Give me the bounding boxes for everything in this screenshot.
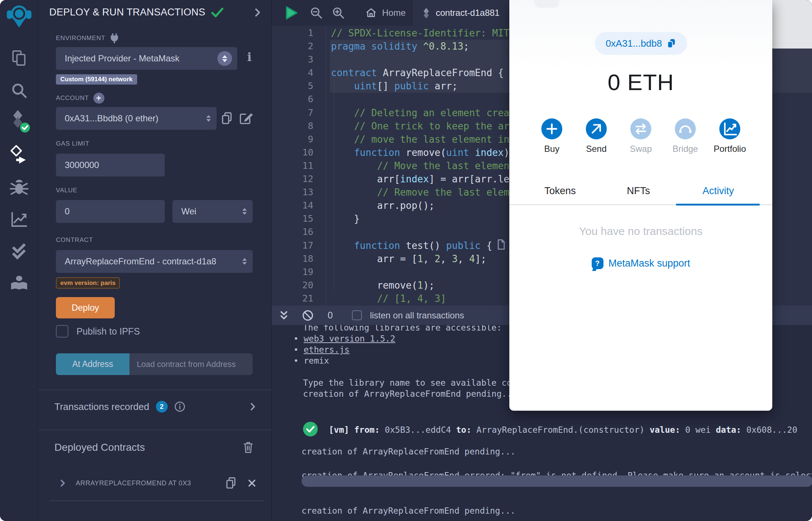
eth-balance: 0 ETH bbox=[509, 69, 772, 95]
line-number[interactable]: 17 bbox=[272, 239, 326, 252]
transactions-expand-icon[interactable] bbox=[249, 402, 257, 411]
value-input[interactable]: 0 bbox=[56, 200, 165, 223]
copy-address-icon[interactable] bbox=[666, 38, 676, 49]
line-number[interactable]: 3 bbox=[272, 53, 326, 66]
remix-logo[interactable] bbox=[0, 3, 38, 31]
collapse-terminal-icon[interactable] bbox=[278, 310, 289, 321]
file-explorer-icon[interactable] bbox=[0, 49, 38, 68]
learneth-icon[interactable] bbox=[0, 274, 38, 294]
deployed-contract-label: ARRAYREPLACEFROMEND AT 0X3 bbox=[76, 479, 216, 487]
terminal-vm-line[interactable]: [vm] from: 0x5B3...eddC4 to: ArrayReplac… bbox=[329, 425, 802, 435]
solidity-compiler-icon[interactable] bbox=[0, 110, 38, 134]
value-label: VALUE bbox=[56, 187, 78, 194]
collapse-panel-icon[interactable] bbox=[254, 8, 262, 17]
compiled-check-icon bbox=[211, 7, 224, 18]
listen-transactions-checkbox[interactable] bbox=[352, 310, 362, 320]
clear-deployed-trash-icon[interactable] bbox=[243, 441, 254, 454]
line-number[interactable]: 20 bbox=[272, 279, 326, 292]
environment-select[interactable]: Injected Provider - MetaMask bbox=[56, 47, 237, 70]
line-number[interactable]: 10 bbox=[272, 146, 326, 159]
line-number[interactable]: 6 bbox=[272, 93, 326, 106]
account-select[interactable]: 0xA31...Bbdb8 (0 ether) bbox=[56, 107, 217, 130]
panel-header: DEPLOY & RUN TRANSACTIONS bbox=[49, 7, 262, 18]
line-number[interactable]: 21 bbox=[272, 292, 326, 305]
bridge-button[interactable]: Bridge bbox=[675, 118, 696, 154]
metamask-actions-row: BuySendSwapBridgePortfolio bbox=[509, 118, 772, 154]
deploy-run-panel: DEPLOY & RUN TRANSACTIONS ENVIRONMENT In… bbox=[38, 0, 272, 521]
remove-contract-icon[interactable] bbox=[247, 478, 257, 488]
copy-account-icon[interactable] bbox=[221, 111, 234, 125]
unit-select-caret-icon bbox=[242, 208, 247, 215]
line-number[interactable]: 18 bbox=[272, 252, 326, 265]
at-address-button[interactable]: At Address bbox=[56, 353, 129, 375]
gas-limit-input[interactable]: 3000000 bbox=[56, 154, 165, 176]
terminal-pending-line: creation of ArrayReplaceFromEnd pending.… bbox=[302, 447, 516, 456]
line-number[interactable]: 7 bbox=[272, 106, 326, 119]
line-number[interactable]: 2 bbox=[272, 40, 326, 53]
add-account-icon[interactable]: + bbox=[93, 93, 104, 104]
line-number[interactable]: 5 bbox=[272, 79, 326, 93]
transactions-recorded-label: Transactions recorded bbox=[54, 401, 149, 413]
transactions-info-icon[interactable] bbox=[174, 401, 185, 412]
transactions-count-badge: 2 bbox=[156, 401, 168, 413]
send-button[interactable]: Send bbox=[586, 118, 607, 154]
remix-ide-window: DEPLOY & RUN TRANSACTIONS ENVIRONMENT In… bbox=[0, 0, 812, 521]
swap-button[interactable]: Swap bbox=[630, 118, 651, 154]
action-label: Portfolio bbox=[713, 144, 746, 154]
tab-home[interactable]: Home bbox=[356, 0, 414, 26]
deployed-contract-row[interactable]: ARRAYREPLACEFROMEND AT 0X3 bbox=[60, 477, 257, 490]
evm-version-badge: evm version: paris bbox=[56, 277, 120, 289]
terminal-horizontal-scrollbar[interactable] bbox=[302, 475, 812, 487]
expand-contract-icon[interactable] bbox=[60, 479, 66, 487]
gas-limit-label: GAS LIMIT bbox=[56, 140, 89, 147]
value-unit-select[interactable]: Wei bbox=[172, 200, 253, 223]
contract-select[interactable]: ArrayReplaceFromEnd - contract-d1a8 bbox=[56, 250, 253, 273]
tab-contract-file[interactable]: contract-d1a881 bbox=[413, 0, 520, 26]
action-label: Send bbox=[586, 144, 606, 154]
terminal-pending-line: creation of ArrayReplaceFromEnd pending.… bbox=[302, 506, 516, 515]
deploy-button[interactable]: Deploy bbox=[56, 297, 115, 318]
tab-activity[interactable]: Activity bbox=[702, 185, 734, 197]
environment-sort-icon[interactable] bbox=[217, 51, 232, 66]
account-label: ACCOUNT + bbox=[56, 93, 104, 104]
buy-button[interactable]: Buy bbox=[541, 118, 562, 154]
search-icon[interactable] bbox=[0, 82, 38, 99]
tab-nfts[interactable]: NFTs bbox=[627, 185, 650, 197]
statistics-icon[interactable] bbox=[0, 210, 38, 229]
metamask-support-link[interactable]: ? MetaMask support bbox=[591, 257, 690, 269]
unit-testing-icon[interactable] bbox=[0, 241, 38, 260]
deploy-run-icon[interactable] bbox=[0, 144, 38, 164]
copy-contract-address-icon[interactable] bbox=[225, 477, 238, 490]
line-number[interactable]: 16 bbox=[272, 225, 326, 239]
edit-account-icon[interactable] bbox=[239, 111, 253, 125]
line-number[interactable]: 14 bbox=[272, 199, 326, 212]
bridge-icon bbox=[675, 118, 696, 139]
clear-terminal-icon[interactable] bbox=[302, 310, 314, 321]
line-number[interactable]: 19 bbox=[272, 265, 326, 279]
metamask-tabs: TokensNFTsActivity bbox=[509, 182, 772, 205]
publish-ipfs-checkbox[interactable] bbox=[56, 325, 68, 338]
line-number[interactable]: 11 bbox=[272, 159, 326, 172]
tx-success-check-icon bbox=[303, 421, 318, 437]
environment-info-icon[interactable]: i bbox=[247, 50, 252, 64]
run-play-icon[interactable] bbox=[281, 0, 302, 26]
terminal-badge-count: 0 bbox=[328, 310, 333, 321]
zoom-out-icon[interactable] bbox=[307, 0, 325, 26]
line-number[interactable]: 8 bbox=[272, 119, 326, 133]
zoom-in-icon[interactable] bbox=[329, 0, 348, 26]
portfolio-button[interactable]: Portfolio bbox=[719, 118, 740, 154]
at-address-input[interactable] bbox=[129, 353, 253, 375]
line-number[interactable]: 13 bbox=[272, 186, 326, 199]
line-number[interactable]: 4 bbox=[272, 66, 326, 79]
run-script-icon[interactable] bbox=[496, 239, 506, 250]
active-tab-underline bbox=[676, 204, 760, 206]
line-number[interactable]: 9 bbox=[272, 133, 326, 146]
home-icon bbox=[365, 7, 377, 19]
line-number[interactable]: 15 bbox=[272, 212, 326, 225]
deployed-contracts-title: Deployed Contracts bbox=[54, 442, 243, 453]
metamask-account-address-pill[interactable]: 0xA31...bdb8 bbox=[595, 32, 687, 55]
debugger-icon[interactable] bbox=[0, 178, 38, 197]
line-number[interactable]: 1 bbox=[272, 26, 326, 40]
tab-tokens[interactable]: Tokens bbox=[544, 185, 576, 197]
line-number[interactable]: 12 bbox=[272, 172, 326, 186]
